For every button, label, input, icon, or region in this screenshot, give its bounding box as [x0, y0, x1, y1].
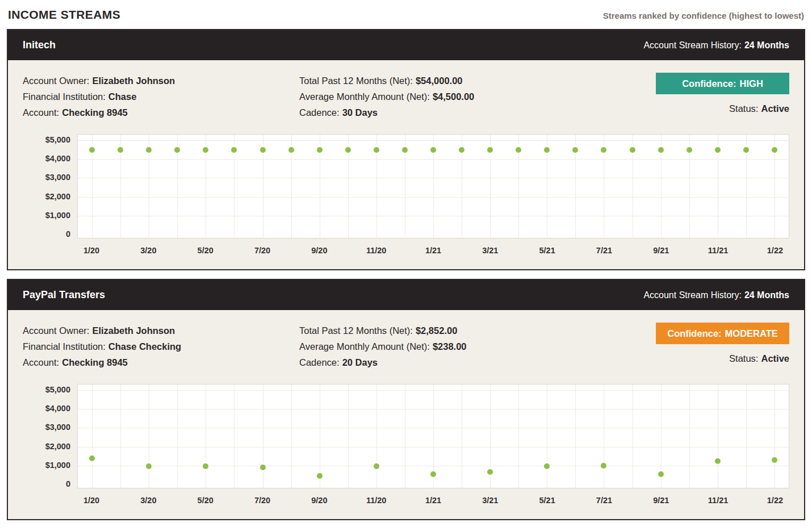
- data-point: [542, 462, 551, 471]
- stream-card-body: Account Owner:Elizabeth Johnson Financia…: [8, 310, 804, 519]
- confidence-label: Confidence:: [682, 78, 736, 89]
- stream-account-info: Account Owner:Elizabeth Johnson Financia…: [23, 323, 299, 370]
- x-tick-label: 5/20: [198, 496, 214, 505]
- cadence-line: Cadence:30 Days: [299, 104, 642, 120]
- stream-history-label: Account Stream History:: [643, 290, 742, 300]
- chart-y-axis: 0$1,000$2,000$3,000$4,000$5,000: [23, 384, 70, 488]
- vertical-gridline: [177, 384, 178, 488]
- x-tick-label: 1/22: [767, 496, 783, 505]
- cadence-label: Cadence:: [299, 107, 340, 118]
- x-tick-label: 1/21: [425, 496, 441, 505]
- data-point: [116, 145, 125, 154]
- vertical-gridline: [120, 384, 121, 488]
- data-point: [144, 145, 153, 154]
- horizontal-gridline: [78, 216, 789, 216]
- x-tick-label: 3/20: [140, 496, 156, 505]
- avg-monthly-value: $4,500.00: [433, 91, 474, 102]
- y-tick-label: $4,000: [23, 403, 70, 413]
- page-title: INCOME STREAMS: [8, 8, 120, 22]
- horizontal-gridline: [78, 409, 789, 409]
- stream-history: Account Stream History:24 Months: [643, 40, 789, 51]
- data-point: [485, 145, 495, 154]
- stream-confidence-info: Confidence:HIGH Status:Active: [642, 73, 789, 114]
- horizontal-gridline: [78, 466, 789, 466]
- x-tick-label: 1/22: [767, 246, 783, 255]
- vertical-gridline: [92, 384, 93, 488]
- x-tick-label: 1/20: [83, 246, 99, 255]
- status-line: Status:Active: [642, 353, 789, 364]
- stream-name: Initech: [23, 39, 56, 51]
- data-point: [400, 145, 409, 154]
- confidence-value: HIGH: [740, 78, 763, 89]
- data-point: [770, 455, 779, 465]
- confidence-label: Confidence:: [667, 328, 721, 339]
- vertical-gridline: [206, 384, 206, 488]
- y-tick-label: 0: [23, 479, 70, 489]
- account-label: Account:: [23, 107, 59, 118]
- x-tick-label: 7/21: [596, 496, 612, 505]
- x-tick-label: 5/21: [539, 496, 555, 505]
- financial-institution-line: Financial Institution:Chase Checking: [23, 338, 299, 354]
- vertical-gridline: [376, 384, 377, 488]
- horizontal-gridline: [78, 159, 789, 160]
- stream-amount-info: Total Past 12 Months (Net):$2,852.00 Ave…: [299, 323, 642, 370]
- avg-monthly-label: Average Monthly Amount (Net):: [299, 91, 430, 102]
- x-tick-label: 7/20: [254, 496, 270, 505]
- vertical-gridline: [348, 384, 349, 488]
- page-header: INCOME STREAMS Streams ranked by confide…: [7, 6, 805, 29]
- stream-name: PayPal Transfers: [23, 289, 105, 301]
- data-point: [315, 145, 324, 154]
- account-owner-line: Account Owner:Elizabeth Johnson: [23, 73, 299, 89]
- status-label: Status:: [729, 353, 758, 363]
- chart-plot-area: [77, 384, 789, 488]
- data-point: [87, 454, 97, 463]
- data-point: [315, 471, 324, 480]
- stream-card-header: Initech Account Stream History:24 Months: [8, 30, 804, 60]
- data-point: [685, 145, 694, 154]
- income-stream-card-initech: Initech Account Stream History:24 Months…: [7, 29, 805, 270]
- data-point: [599, 145, 608, 154]
- status-value: Active: [761, 353, 789, 363]
- data-point: [514, 145, 523, 154]
- stream-history: Account Stream History:24 Months: [643, 290, 789, 300]
- stream-amount-info: Total Past 12 Months (Net):$54,000.00 Av…: [299, 73, 642, 120]
- data-point: [144, 462, 153, 471]
- account-label: Account:: [23, 357, 59, 367]
- cadence-label: Cadence:: [299, 357, 340, 367]
- y-tick-label: $4,000: [23, 153, 70, 164]
- account-owner-value: Elizabeth Johnson: [92, 325, 175, 336]
- horizontal-gridline: [78, 428, 789, 428]
- data-point: [344, 145, 353, 154]
- data-point: [87, 145, 97, 154]
- account-value: Checking 8945: [62, 357, 128, 367]
- x-tick-label: 11/21: [708, 246, 729, 255]
- total-past-12-line: Total Past 12 Months (Net):$2,852.00: [299, 323, 642, 338]
- stream-info-row: Account Owner:Elizabeth Johnson Financia…: [23, 73, 789, 120]
- cadence-value: 30 Days: [342, 107, 378, 118]
- account-owner-line: Account Owner:Elizabeth Johnson: [23, 323, 299, 338]
- account-value: Checking 8945: [62, 107, 128, 118]
- x-tick-label: 5/21: [539, 246, 555, 255]
- account-line: Account:Checking 8945: [23, 104, 299, 120]
- data-point: [542, 145, 551, 154]
- data-point: [258, 463, 267, 472]
- vertical-gridline: [775, 384, 775, 488]
- y-tick-label: $2,000: [23, 441, 70, 451]
- data-point: [173, 145, 182, 154]
- stream-account-info: Account Owner:Elizabeth Johnson Financia…: [23, 73, 299, 120]
- data-point: [201, 462, 210, 471]
- status-value: Active: [761, 103, 789, 114]
- y-tick-label: $3,000: [23, 422, 70, 432]
- x-tick-label: 9/21: [653, 496, 669, 505]
- chart-x-axis: 1/203/205/207/209/2011/201/213/215/217/2…: [77, 239, 789, 258]
- vertical-gridline: [718, 384, 718, 488]
- vertical-gridline: [462, 384, 462, 488]
- confidence-value: MODERATE: [725, 328, 778, 339]
- vertical-gridline: [575, 384, 576, 488]
- data-point: [229, 145, 238, 154]
- x-tick-label: 3/21: [482, 246, 498, 255]
- financial-institution-line: Financial Institution:Chase: [23, 89, 299, 104]
- data-point: [429, 145, 438, 154]
- x-tick-label: 9/21: [653, 246, 669, 255]
- horizontal-gridline: [78, 390, 789, 391]
